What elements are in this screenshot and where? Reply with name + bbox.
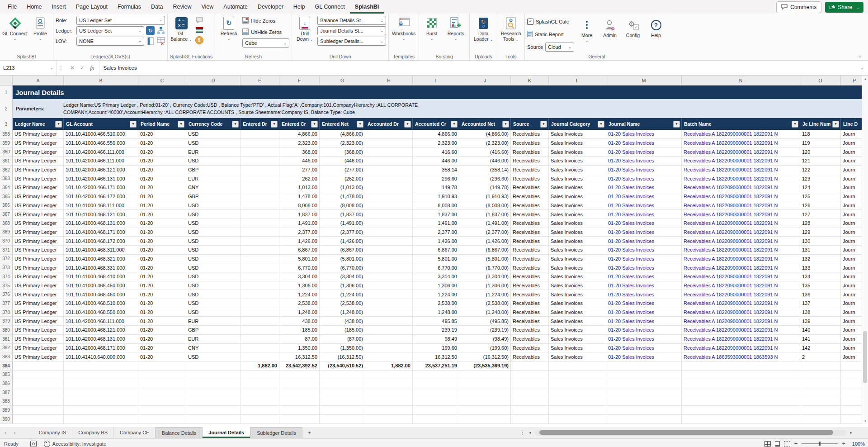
cell-gl-account[interactable]: 101.10.41000.468.460.000 — [64, 290, 138, 299]
cell-ledger-name[interactable]: US Primary Ledger — [13, 157, 64, 165]
cell-ledger-name[interactable]: US Primary Ledger — [13, 246, 64, 254]
row-number[interactable]: 381 — [0, 335, 13, 343]
research-tools-button[interactable]: ⚙ Research Tools ⌄ — [500, 15, 522, 43]
cell-entered-cr[interactable]: 2,377.00 — [279, 228, 320, 237]
journal-name-link[interactable]: 01-20 Sales Invoices — [606, 192, 682, 201]
filter-icon[interactable]: ▾ — [232, 121, 239, 128]
empty-cell[interactable] — [413, 397, 459, 406]
column-header-n[interactable]: N — [682, 76, 800, 85]
cell-period-name[interactable]: 01-20 — [138, 246, 186, 254]
cell-je-line-num[interactable]: 132 — [800, 255, 841, 263]
cell-period-name[interactable]: 01-20 — [138, 157, 186, 165]
macro-record-icon[interactable] — [30, 441, 37, 447]
workbooks-button[interactable]: Workbooks ⌄ — [391, 15, 416, 41]
scroll-up-icon[interactable]: ▴ — [862, 76, 868, 81]
row-number[interactable]: 390 — [0, 415, 13, 423]
empty-cell[interactable] — [13, 379, 64, 388]
cell-currency-code[interactable]: USD — [186, 290, 241, 299]
burst-button[interactable]: Burst ⌄ — [421, 15, 442, 41]
empty-cell[interactable] — [320, 388, 365, 397]
row-number[interactable]: 380 — [0, 326, 13, 334]
cell-je-line-num[interactable]: 127 — [800, 210, 841, 219]
cell-accounted-cr[interactable]: 296.60 — [413, 174, 459, 183]
cell-entered-net[interactable]: (1,350.00) — [320, 344, 365, 352]
cell-journal-category[interactable]: Sales Invoices — [549, 326, 606, 334]
cell-entered-cr[interactable]: 1,306.00 — [279, 281, 320, 290]
zoom-level[interactable]: 100% — [849, 441, 865, 447]
batch-name-link[interactable]: Receivables A 1822090000001 1822091 N — [682, 157, 800, 165]
header-currency-code[interactable]: Currency Code▾ — [186, 118, 241, 130]
empty-cell[interactable] — [64, 379, 138, 388]
column-header-e[interactable]: E — [241, 76, 279, 85]
cell-accounted-net[interactable]: (6,867.00) — [459, 246, 511, 254]
cell-accounted-net[interactable]: (16,312.50) — [459, 352, 511, 361]
cell-journal-category[interactable]: Sales Invoices — [549, 192, 606, 201]
empty-cell[interactable] — [365, 397, 413, 406]
cancel-entry-icon[interactable]: ✕ — [70, 65, 75, 71]
empty-cell[interactable] — [64, 415, 138, 423]
batch-name-link[interactable]: Receivables A 1822090000001 1822091 N — [682, 272, 800, 281]
cell-accounted-net[interactable]: (446.00) — [459, 157, 511, 165]
total-entered-net[interactable]: (23,540,510.52) — [320, 361, 365, 370]
cell-je-line-num[interactable]: 126 — [800, 201, 841, 210]
cell-ledger-name[interactable]: US Primary Ledger — [13, 335, 64, 343]
cell-je-line-num[interactable]: 131 — [800, 246, 841, 254]
cell-je-line-num[interactable]: 119 — [800, 139, 841, 147]
cell-accounted-dr[interactable] — [365, 183, 413, 192]
cell-accounted-dr[interactable] — [365, 308, 413, 317]
accessibility-status[interactable]: Accessibility: Investigate — [52, 441, 106, 447]
cell-accounted-dr[interactable] — [365, 219, 413, 228]
empty-cell[interactable] — [138, 397, 186, 406]
cell-entered-cr[interactable]: 6,867.00 — [279, 246, 320, 254]
page-break-view-icon[interactable] — [784, 441, 790, 447]
journal-name-link[interactable]: 01-20 Sales Invoices — [606, 201, 682, 210]
empty-cell[interactable] — [682, 415, 800, 423]
sheet-tab-journal-details[interactable]: Journal Details — [203, 427, 250, 438]
cell-entered-dr[interactable] — [241, 139, 279, 147]
cell-entered-cr[interactable]: 1,350.00 — [279, 344, 320, 352]
empty-cell[interactable] — [511, 388, 549, 397]
cell-entered-net[interactable]: (6,770.00) — [320, 263, 365, 272]
journal-name-link[interactable]: 01-20 Sales Invoices — [606, 281, 682, 290]
empty-cell[interactable] — [549, 379, 606, 388]
cell-source[interactable]: Receivables — [511, 147, 549, 156]
vertical-scrollbar[interactable]: ▴ ▾ — [862, 76, 868, 424]
cell-currency-code[interactable]: EUR — [186, 317, 241, 325]
journal-name-link[interactable]: 01-20 Sales Invoices — [606, 317, 682, 325]
cell-entered-dr[interactable] — [241, 317, 279, 325]
cell-accounted-cr[interactable]: 2,538.00 — [413, 299, 459, 308]
cell-gl-account[interactable]: 101.10.42000.468.111.000 — [64, 317, 138, 325]
cell-ledger-name[interactable]: US Primary Ledger — [13, 344, 64, 352]
cell-entered-cr[interactable]: 2,538.00 — [279, 299, 320, 308]
empty-cell[interactable] — [459, 406, 511, 414]
cell-journal-category[interactable]: Sales Invoices — [549, 219, 606, 228]
cell-gl-account[interactable]: 101.10.42000.466.171.000 — [64, 183, 138, 192]
hscroll-left-icon[interactable]: ◂ — [529, 430, 531, 435]
filter-icon[interactable]: ▾ — [540, 121, 547, 128]
cell-currency-code[interactable]: CNY — [186, 344, 241, 352]
cell-gl-account[interactable]: 101.10.41410.640.000.000 — [64, 352, 138, 361]
drill-down-button[interactable]: ↓ Drill Down ⌄ — [294, 15, 315, 43]
empty-cell[interactable] — [511, 415, 549, 423]
cell-je-line-num[interactable]: 138 — [800, 308, 841, 317]
batch-name-link[interactable]: Receivables A 1822090000001 1822091 N — [682, 299, 800, 308]
cell-accounted-cr[interactable]: 6,770.00 — [413, 263, 459, 272]
cell-accounted-net[interactable]: (149.78) — [459, 183, 511, 192]
cell-accounted-net[interactable]: (416.60) — [459, 147, 511, 156]
cell-entered-net[interactable]: (2,377.00) — [320, 228, 365, 237]
cell-period-name[interactable]: 01-20 — [138, 130, 186, 138]
menu-tab-data[interactable]: Data — [146, 0, 168, 14]
expand-formula-bar-icon[interactable]: ⌄ — [860, 66, 864, 70]
cell-ledger-name[interactable]: US Primary Ledger — [13, 272, 64, 281]
column-header-j[interactable]: J — [459, 76, 511, 85]
cell-period-name[interactable]: 01-20 — [138, 219, 186, 228]
cell-je-line-num[interactable]: 123 — [800, 174, 841, 183]
cell-je-line-num[interactable]: 125 — [800, 192, 841, 201]
row-number[interactable]: 382 — [0, 344, 13, 352]
empty-cell[interactable] — [606, 388, 682, 397]
cell-entered-net[interactable]: (262.00) — [320, 174, 365, 183]
cell-accounted-cr[interactable]: 199.60 — [413, 344, 459, 352]
cell-je-line-num[interactable]: 137 — [800, 299, 841, 308]
cell-je-line-num[interactable]: 118 — [800, 130, 841, 138]
menu-tab-view[interactable]: View — [196, 0, 218, 14]
